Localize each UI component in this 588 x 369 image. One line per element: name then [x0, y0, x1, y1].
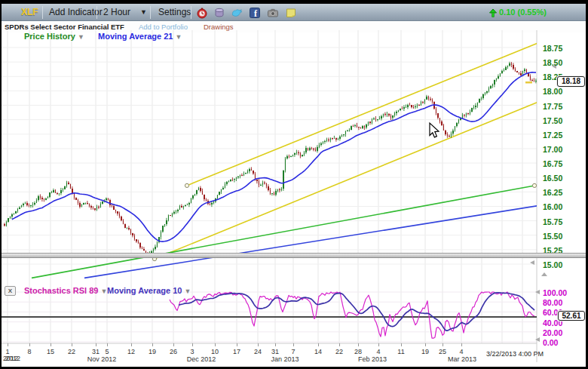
- stoch-rsi-line: [170, 292, 534, 338]
- stoch-ma-label: Moving Average 10: [107, 286, 182, 295]
- price-axis-label: 16.00: [543, 202, 579, 211]
- date-axis-day: 3: [190, 348, 194, 355]
- chart-timestamp: 3/22/2013 4:00 PM: [486, 350, 544, 358]
- price-axis-label: 16.75: [543, 159, 579, 168]
- date-axis-day: 28: [354, 348, 362, 355]
- chevron-down-icon[interactable]: ▼: [176, 33, 182, 41]
- moving-average-21-line[interactable]: [12, 72, 536, 241]
- date-axis-tick: [173, 343, 174, 346]
- date-axis-day: 8: [27, 348, 31, 355]
- date-axis-tick: [8, 343, 8, 346]
- date-axis-day: 19: [421, 348, 429, 355]
- chart-application: XLF Add Indicator 2 Hour ▼ Settings f 0.: [2, 4, 586, 367]
- date-axis-tick: [258, 343, 259, 346]
- date-axis-tick: [152, 343, 153, 346]
- date-axis-day: 25: [439, 348, 446, 355]
- stochastics-label: Stochastics RSI 89: [24, 286, 98, 295]
- price-axis-label: 17.75: [543, 102, 579, 111]
- chevron-down-icon[interactable]: ▼: [185, 288, 191, 295]
- date-axis-day: 7: [291, 348, 295, 355]
- date-axis-month: Mar 2013: [448, 355, 476, 363]
- trend-blue[interactable]: [84, 205, 541, 278]
- stoch-axis-label: 0.00: [543, 338, 579, 347]
- price-ma-label: Moving Average 21: [98, 32, 173, 41]
- date-axis-tick: [192, 343, 193, 346]
- date-axis-tick: [378, 343, 379, 346]
- price-axis-label: 16.25: [543, 188, 579, 197]
- gridlines: [2, 30, 537, 362]
- axis-arrow-icon[interactable]: [535, 290, 540, 294]
- last-bar-marker: [525, 81, 532, 84]
- date-axis-tick: [339, 343, 340, 346]
- price-axis-label: 15.00: [543, 260, 579, 269]
- trendline-handle[interactable]: [556, 33, 559, 37]
- date-axis-day: 5: [105, 348, 109, 355]
- date-axis-day: 12: [127, 348, 135, 355]
- date-axis-tick: [318, 343, 319, 346]
- price-axis-label: 17.50: [543, 116, 579, 125]
- app-window: XLF Add Indicator 2 Hour ▼ Settings f 0.: [0, 0, 588, 369]
- last-stoch-box: 52.61: [558, 311, 585, 321]
- stoch-axis-label: 20.00: [543, 328, 579, 337]
- trendline-handle[interactable]: [532, 183, 536, 187]
- date-axis-tick: [51, 343, 51, 346]
- date-axis-tick: [237, 343, 237, 346]
- date-axis-month: Nov 2012: [87, 355, 117, 363]
- stoch-axis-label: 100.00: [543, 288, 579, 297]
- date-axis-tick: [443, 343, 443, 346]
- date-axis-tick: [72, 343, 72, 346]
- date-axis-day: 19: [149, 348, 156, 355]
- date-axis-month: Jan 2013: [271, 355, 299, 363]
- price-axis-label: 17.00: [543, 145, 579, 154]
- price-history-menu[interactable]: Price History ▼: [24, 32, 84, 41]
- date-axis-day: 15: [47, 348, 54, 355]
- date-axis-day: 31: [271, 348, 279, 355]
- date-axis-month: Feb 2013: [358, 355, 387, 363]
- date-axis-day: 4: [459, 348, 463, 355]
- date-axis-day: 10: [211, 348, 219, 355]
- axis-arrow-icon[interactable]: [541, 272, 547, 276]
- date-axis-tick: [29, 343, 30, 346]
- last-price-box: 18.18: [557, 76, 585, 87]
- date-axis-tick: [96, 343, 96, 346]
- stoch-axis-label: 80.00: [543, 298, 579, 307]
- date-axis-tick: [401, 343, 402, 346]
- date-axis-tick: [358, 343, 359, 346]
- close-indicator-button[interactable]: X: [5, 286, 16, 296]
- stochastics-menu[interactable]: Stochastics RSI 89 ▼: [24, 286, 107, 295]
- stoch-ma-menu[interactable]: Moving Average 10 ▼: [107, 286, 191, 295]
- price-axis-label: 15.75: [543, 217, 579, 226]
- date-axis-month: Dec 2012: [187, 355, 216, 363]
- chevron-down-icon[interactable]: ▼: [78, 33, 84, 41]
- date-axis-day: 26: [170, 348, 177, 355]
- price-axis-label: 16.50: [543, 174, 579, 183]
- date-axis-day: 22: [335, 348, 343, 355]
- date-axis-day: 31: [92, 348, 100, 355]
- date-axis-day: 14: [314, 348, 322, 355]
- date-axis-day: 4: [376, 348, 380, 355]
- stochastics: [2, 292, 537, 338]
- date-axis-tick: [461, 343, 462, 346]
- date-axis-tick: [275, 343, 276, 346]
- price-axis-label: 18.00: [543, 87, 579, 96]
- date-axis-tick: [425, 343, 426, 346]
- panel-splitter[interactable]: [2, 253, 586, 258]
- axis-arrow-icon[interactable]: [535, 337, 540, 342]
- date-axis-tick: [131, 343, 132, 346]
- trendline-handle[interactable]: [185, 183, 188, 187]
- date-axis-tick: [293, 343, 294, 346]
- price-axis-label: 15.50: [543, 232, 579, 241]
- date-axis-year: 2012: [3, 355, 18, 362]
- date-axis-tick: [107, 343, 108, 346]
- date-axis-day: 17: [233, 348, 240, 355]
- date-axis-day: 11: [397, 348, 404, 355]
- price-axis-label: 18.50: [543, 58, 579, 67]
- price-axis-label: 17.25: [543, 131, 579, 140]
- price-history-label: Price History: [24, 32, 75, 41]
- date-axis-day: 22: [68, 348, 75, 355]
- mouse-cursor: [430, 123, 439, 137]
- chart-canvas[interactable]: [2, 4, 586, 367]
- price-ma-menu[interactable]: Moving Average 21 ▼: [98, 32, 182, 41]
- price-axis-label: 18.75: [543, 44, 579, 53]
- date-axis-day: 24: [254, 348, 262, 355]
